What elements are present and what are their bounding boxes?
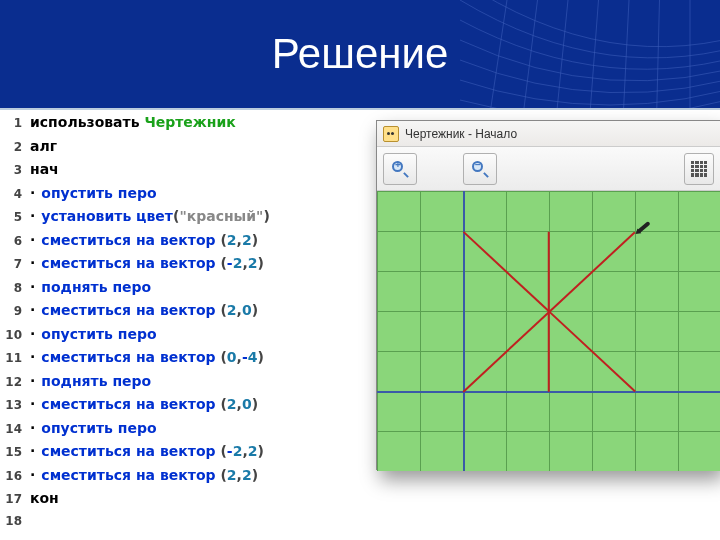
line-number: 9 (0, 304, 30, 318)
code-line[interactable]: 15·сместиться на вектор (-2,2) (0, 443, 380, 467)
code-text: использовать Чертежник (30, 114, 236, 130)
code-line[interactable]: 6·сместиться на вектор (2,2) (0, 232, 380, 256)
code-text: ·поднять перо (30, 373, 151, 389)
mesh-decoration (460, 0, 720, 110)
line-number: 15 (0, 445, 30, 459)
code-text: ·сместиться на вектор (2,0) (30, 302, 258, 318)
code-text: ·сместиться на вектор (-2,2) (30, 255, 264, 271)
line-number: 10 (0, 328, 30, 342)
code-text: ·сместиться на вектор (-2,2) (30, 443, 264, 459)
line-number: 2 (0, 140, 30, 154)
code-line[interactable]: 4·опустить перо (0, 185, 380, 209)
code-line[interactable]: 7·сместиться на вектор (-2,2) (0, 255, 380, 279)
code-editor[interactable]: 1использовать Чертежник2алг3нач4·опустит… (0, 110, 380, 537)
code-line[interactable]: 2алг (0, 138, 380, 162)
code-text: ·сместиться на вектор (2,2) (30, 232, 258, 248)
line-number: 17 (0, 492, 30, 506)
line-number: 4 (0, 187, 30, 201)
zoom-out-icon: − (472, 161, 488, 177)
code-line[interactable]: 5·установить цвет("красный") (0, 208, 380, 232)
code-line[interactable]: 17кон (0, 490, 380, 514)
code-line[interactable]: 12·поднять перо (0, 373, 380, 397)
code-text: ·сместиться на вектор (2,2) (30, 467, 258, 483)
code-text: алг (30, 138, 57, 154)
code-line[interactable]: 8·поднять перо (0, 279, 380, 303)
line-number: 7 (0, 257, 30, 271)
code-line[interactable]: 11·сместиться на вектор (0,-4) (0, 349, 380, 373)
line-number: 18 (0, 514, 30, 528)
code-text: ·установить цвет("красный") (30, 208, 270, 224)
code-text: нач (30, 161, 59, 177)
line-number: 8 (0, 281, 30, 295)
line-number: 14 (0, 422, 30, 436)
line-number: 6 (0, 234, 30, 248)
drawing-canvas[interactable] (377, 191, 720, 471)
code-line[interactable]: 13·сместиться на вектор (2,0) (0, 396, 380, 420)
zoom-in-button[interactable]: + (383, 153, 417, 185)
line-number: 12 (0, 375, 30, 389)
code-text: ·опустить перо (30, 185, 157, 201)
line-number: 11 (0, 351, 30, 365)
code-text: ·опустить перо (30, 420, 157, 436)
line-number: 1 (0, 116, 30, 130)
zoom-out-button[interactable]: − (463, 153, 497, 185)
toolbar: + − (377, 147, 720, 191)
window-title: Чертежник - Начало (405, 127, 517, 141)
code-line[interactable]: 1использовать Чертежник (0, 114, 380, 138)
code-line[interactable]: 14·опустить перо (0, 420, 380, 444)
drawer-window: Чертежник - Начало + − (376, 120, 720, 470)
line-number: 13 (0, 398, 30, 412)
slide-header: Решение (0, 0, 720, 110)
code-text: ·сместиться на вектор (0,-4) (30, 349, 264, 365)
line-number: 3 (0, 163, 30, 177)
titlebar[interactable]: Чертежник - Начало (377, 121, 720, 147)
code-text: кон (30, 490, 59, 506)
grid-button[interactable] (684, 153, 714, 185)
code-line[interactable]: 3нач (0, 161, 380, 185)
code-line[interactable]: 18 (0, 514, 380, 538)
code-line[interactable]: 10·опустить перо (0, 326, 380, 350)
code-text: ·сместиться на вектор (2,0) (30, 396, 258, 412)
code-text: ·поднять перо (30, 279, 151, 295)
line-number: 16 (0, 469, 30, 483)
zoom-in-icon: + (392, 161, 408, 177)
code-text: ·опустить перо (30, 326, 157, 342)
code-line[interactable]: 9·сместиться на вектор (2,0) (0, 302, 380, 326)
grid-icon (691, 161, 707, 177)
line-number: 5 (0, 210, 30, 224)
code-line[interactable]: 16·сместиться на вектор (2,2) (0, 467, 380, 491)
app-icon (383, 126, 399, 142)
